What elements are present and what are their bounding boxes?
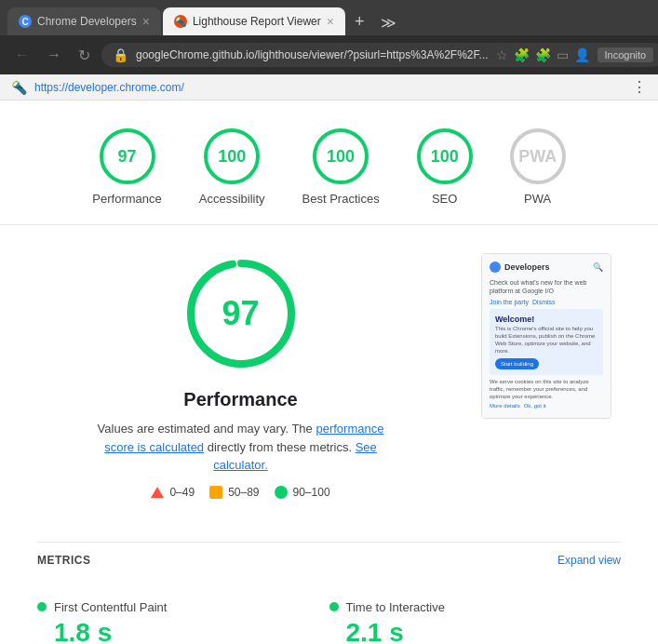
legend-range-green: 90–100	[293, 486, 330, 499]
thumbnail-link2: Dismiss	[532, 299, 556, 305]
metric-fcp-label-row: First Contentful Paint	[37, 600, 329, 614]
score-legend: 0–49 50–89 90–100	[151, 486, 329, 499]
address-bar[interactable]: 🔒 googleChrome.github.io/lighthouse/view…	[101, 43, 658, 67]
performance-description: Values are estimated and may vary. The p…	[92, 420, 390, 475]
metric-tti: Time to Interactive 2.1 s	[329, 589, 622, 645]
large-score-circle: 97	[181, 253, 302, 374]
account-icon[interactable]: 👤	[574, 47, 590, 62]
thumbnail-links: Join the party Dismiss	[490, 299, 603, 305]
tab-favicon-chrome: C	[19, 15, 32, 28]
expand-view-button[interactable]: Expand view	[557, 554, 621, 567]
triangle-icon	[151, 487, 164, 498]
metrics-header: METRICS Expand view	[37, 542, 621, 574]
metrics-title: METRICS	[37, 554, 91, 567]
reload-button[interactable]: ↻	[73, 43, 96, 68]
score-value-accessibility: 100	[218, 147, 246, 167]
performance-left: 97 Performance Values are estimated and …	[37, 253, 444, 499]
thumbnail-footer-link1: More details	[490, 403, 520, 410]
incognito-badge: Incognito	[598, 47, 654, 62]
legend-item-red: 0–49	[151, 486, 195, 499]
score-item-accessibility: 100 Accessibility	[199, 128, 265, 206]
tab-label-lighthouse: Lighthouse Report Viewer	[193, 15, 321, 28]
thumbnail-link1: Join the party	[490, 299, 529, 305]
forward-button[interactable]: →	[41, 43, 67, 67]
score-value-best-practices: 100	[327, 147, 355, 167]
thumbnail-header: Developers 🔍	[490, 262, 603, 273]
tab-overflow-button[interactable]: ≫	[373, 10, 404, 35]
extension-icon[interactable]: 🧩	[514, 47, 530, 62]
circle-icon	[275, 486, 288, 499]
metric-value-fcp: 1.8 s	[54, 618, 329, 645]
thumbnail-content: Developers 🔍 Check out what's new for th…	[482, 254, 611, 418]
square-icon	[209, 486, 222, 499]
thumbnail-logo-circle	[490, 262, 501, 273]
tab-label-chrome: Chrome Developers	[37, 15, 137, 28]
score-summary: 97 Performance 100 Accessibility 100 Bes…	[0, 101, 658, 225]
info-bar-url: https://developer.chrome.com/	[34, 81, 184, 94]
legend-range-orange: 50–89	[228, 486, 259, 499]
legend-range-red: 0–49	[169, 486, 195, 499]
performance-right: Developers 🔍 Check out what's new for th…	[481, 253, 621, 419]
metrics-grid: First Contentful Paint 1.8 s Time to Int…	[37, 589, 621, 645]
back-button[interactable]: ←	[9, 43, 35, 67]
performance-title: Performance	[183, 389, 297, 410]
nav-bar: ← → ↻ 🔒 googleChrome.github.io/lighthous…	[0, 35, 658, 74]
address-icons: ☆ 🧩 🧩 ▭ 👤	[496, 47, 590, 62]
thumbnail-footer-link2: Ok, got it	[524, 403, 546, 410]
metric-label-fcp: First Contentful Paint	[54, 600, 167, 614]
score-label-pwa: PWA	[524, 192, 551, 206]
tab-favicon-lighthouse: 🔦	[174, 15, 187, 28]
score-item-pwa: PWA PWA	[510, 128, 566, 206]
thumbnail-welcome-title: Welcome!	[495, 315, 598, 324]
score-circle-pwa: PWA	[510, 128, 566, 184]
info-bar-menu[interactable]: ⋮	[632, 78, 647, 96]
metrics-section: METRICS Expand view First Contentful Pai…	[0, 527, 658, 645]
score-label-accessibility: Accessibility	[199, 192, 265, 206]
metric-dot-fcp	[37, 602, 47, 611]
legend-item-orange: 50–89	[209, 486, 259, 499]
metric-fcp: First Contentful Paint 1.8 s	[37, 589, 329, 645]
thumbnail-cta: Start building	[495, 358, 539, 369]
large-score-text: 97	[222, 294, 259, 333]
main-content: 97 Performance 100 Accessibility 100 Bes…	[0, 101, 658, 644]
score-circle-best-practices: 100	[313, 128, 369, 184]
score-value-pwa: PWA	[518, 147, 557, 167]
info-bar-icon: 🔦	[11, 80, 27, 95]
thumbnail-footer: We serve cookies on this site to analyze…	[490, 379, 603, 409]
score-label-best-practices: Best Practices	[302, 192, 380, 206]
lock-icon: 🔒	[113, 47, 128, 62]
star-icon[interactable]: ☆	[496, 47, 508, 62]
metric-dot-tti	[329, 602, 339, 611]
new-tab-button[interactable]: +	[347, 8, 372, 35]
cast-icon[interactable]: ▭	[557, 47, 569, 62]
address-text: googleChrome.github.io/lighthouse/viewer…	[136, 48, 489, 61]
tab-close-chrome[interactable]: ×	[142, 15, 150, 28]
thumbnail-site-name: Developers	[504, 262, 550, 272]
metric-tti-label-row: Time to Interactive	[329, 600, 622, 614]
tab-lighthouse[interactable]: 🔦 Lighthouse Report Viewer ×	[163, 7, 345, 35]
metric-value-tti: 2.1 s	[346, 618, 622, 645]
thumbnail-search-icon: 🔍	[593, 262, 603, 272]
score-circle-seo: 100	[417, 128, 473, 184]
score-label-performance: Performance	[92, 192, 161, 206]
score-item-performance: 97 Performance	[92, 128, 161, 206]
performance-section: 97 Performance Values are estimated and …	[0, 225, 658, 527]
tab-close-lighthouse[interactable]: ×	[327, 15, 334, 28]
score-value-performance: 97	[118, 147, 137, 167]
info-bar: 🔦 https://developer.chrome.com/ ⋮	[0, 74, 658, 101]
legend-item-green: 90–100	[275, 486, 330, 499]
score-item-seo: 100 SEO	[417, 128, 473, 206]
tab-chrome-devs[interactable]: C Chrome Developers ×	[7, 7, 161, 35]
score-value-seo: 100	[431, 147, 459, 167]
score-item-best-practices: 100 Best Practices	[302, 128, 380, 206]
thumbnail-welcome-box: Welcome! This is Chrome's official site …	[490, 309, 603, 375]
thumbnail-tagline: Check out what's new for the web platfor…	[490, 278, 603, 295]
metric-label-tti: Time to Interactive	[346, 600, 445, 614]
puzzle-icon[interactable]: 🧩	[535, 47, 551, 62]
tab-bar: C Chrome Developers × 🔦 Lighthouse Repor…	[0, 0, 658, 35]
browser-chrome: C Chrome Developers × 🔦 Lighthouse Repor…	[0, 0, 658, 101]
thumbnail-logo: Developers	[490, 262, 550, 273]
score-circle-performance: 97	[100, 128, 155, 184]
site-thumbnail: Developers 🔍 Check out what's new for th…	[481, 253, 611, 419]
score-circle-accessibility: 100	[204, 128, 260, 184]
